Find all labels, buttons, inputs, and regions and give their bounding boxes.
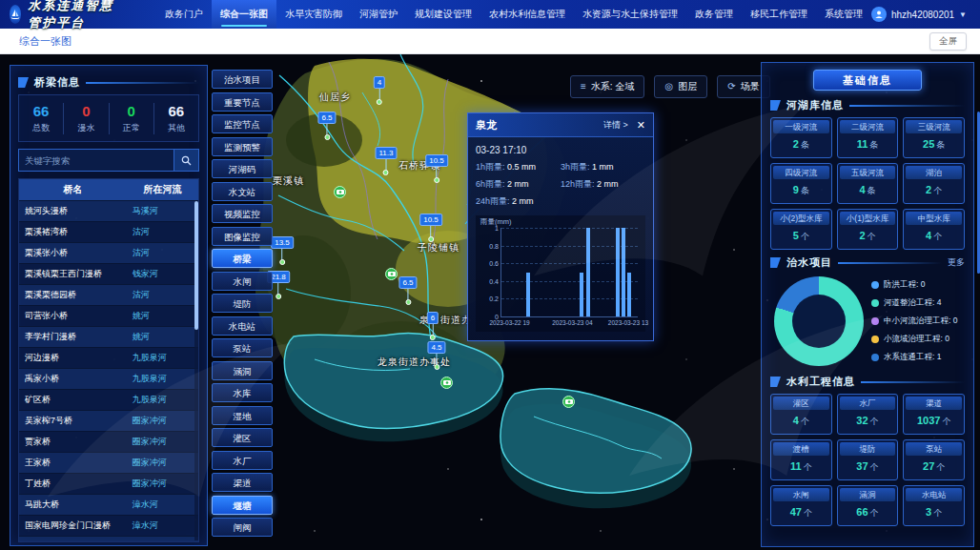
info-card-涵洞[interactable]: 涵洞66个 (837, 485, 899, 526)
table-row[interactable]: 马跳大桥漳水河 (19, 494, 198, 515)
table-scrollbar[interactable] (194, 201, 198, 540)
layer-item-涵洞[interactable]: 涵洞 (212, 361, 273, 380)
layer-item-河湖码[interactable]: 河湖码 (212, 159, 273, 178)
info-card-水电站[interactable]: 水电站3个 (903, 485, 965, 526)
layer-item-水电站[interactable]: 水电站 (212, 316, 273, 336)
fullscreen-button[interactable]: 全屏 (929, 32, 967, 51)
section-title-engineering: 水利工程信息 (786, 375, 855, 389)
info-card-水厂[interactable]: 水厂32个 (837, 394, 899, 435)
info-card-渡槽[interactable]: 渡槽11个 (770, 439, 832, 480)
bridge-name-cell: 李学村门漫桥 (19, 327, 127, 347)
nav-item[interactable]: 水旱灾害防御 (276, 0, 351, 29)
info-card-灌区[interactable]: 灌区4个 (770, 394, 832, 435)
layer-item-泵站[interactable]: 泵站 (212, 338, 273, 357)
camera-icon[interactable] (385, 268, 398, 280)
layer-item-堤防[interactable]: 堤防 (212, 294, 273, 313)
table-row[interactable]: 栗溪褚湾桥沽河 (19, 221, 198, 242)
layer-item-湿地[interactable]: 湿地 (212, 406, 273, 425)
user-menu[interactable]: hhzh42080201 ▼ (871, 7, 967, 22)
table-row[interactable]: 矿区桥九股泉河 (19, 389, 198, 410)
card-label: 四级河流 (773, 166, 829, 179)
station-marker[interactable]: 13.5 (271, 232, 294, 265)
info-card-堤防[interactable]: 堤防37个 (837, 439, 899, 480)
info-card-小(1)型水库[interactable]: 小(1)型水库2个 (837, 209, 899, 250)
more-link[interactable]: 更多 (948, 256, 965, 269)
table-row[interactable]: 栗溪栗德园桥沽河 (19, 284, 198, 305)
table-row[interactable]: 吴家榨7号桥圈家冲河 (19, 410, 198, 431)
table-row[interactable]: 禹家小桥九股泉河 (19, 368, 198, 389)
layer-item-水厂[interactable]: 水厂 (212, 451, 273, 470)
station-marker[interactable]: 10.5 (419, 209, 442, 242)
table-row[interactable]: 姚河头漫桥马溪河 (19, 200, 198, 221)
info-card-泵站[interactable]: 泵站27个 (903, 439, 965, 480)
station-marker[interactable]: 6.5 (398, 272, 417, 305)
info-card-渠道[interactable]: 渠道1037个 (903, 394, 965, 435)
search-button[interactable] (174, 149, 199, 172)
station-marker[interactable]: 6 (427, 307, 439, 340)
info-card-水闸[interactable]: 水闸47个 (770, 485, 832, 526)
layer-item-水闸[interactable]: 水闸 (212, 272, 273, 291)
camera-icon[interactable] (334, 186, 346, 198)
popup-detail-link[interactable]: 详情 > (603, 119, 628, 132)
basic-info-button[interactable]: 基础信息 (813, 70, 922, 91)
legend-dot (871, 317, 879, 325)
table-row[interactable]: 栗溪张小桥沽河 (19, 242, 198, 263)
layer-item-水文站[interactable]: 水文站 (212, 182, 273, 201)
info-card-四级河流[interactable]: 四级河流9条 (770, 163, 832, 204)
layer-item-渠道[interactable]: 渠道 (212, 473, 273, 492)
info-card-五级河流[interactable]: 五级河流4条 (837, 163, 899, 204)
layer-item-闸阀[interactable]: 闸阀 (212, 518, 273, 537)
nav-item[interactable]: 水资源与水土保持管理 (574, 0, 686, 29)
layer-item-图像监控[interactable]: 图像监控 (212, 227, 273, 246)
info-card-小(2)型水库[interactable]: 小(2)型水库5个 (770, 209, 832, 250)
info-card-中型水库[interactable]: 中型水库4个 (903, 209, 965, 250)
station-marker[interactable]: 6.5 (317, 107, 336, 140)
info-card-三级河流[interactable]: 三级河流25条 (903, 117, 965, 158)
nav-item[interactable]: 规划建设管理 (406, 0, 480, 29)
search-input[interactable] (18, 149, 174, 172)
camera-icon[interactable] (440, 377, 453, 389)
nav-item[interactable]: 政务门户 (156, 0, 212, 29)
nav-item[interactable]: 河湖管护 (351, 0, 406, 29)
station-marker[interactable]: 4.5 (427, 336, 445, 370)
close-icon[interactable]: ✕ (637, 120, 645, 131)
table-row[interactable]: 栗溪镇栗王西门漫桥钱家河 (19, 263, 198, 284)
table-row[interactable]: 河边漫桥九股泉河 (19, 347, 198, 368)
info-card-湖泊[interactable]: 湖泊2个 (903, 163, 965, 204)
layer-item-监测预警[interactable]: 监测预警 (212, 137, 273, 156)
nav-item[interactable]: 系统管理 (816, 0, 871, 29)
layer-item-监控节点[interactable]: 监控节点 (212, 114, 273, 133)
station-marker[interactable]: 11.3 (376, 142, 398, 175)
station-marker[interactable]: 4 (374, 71, 385, 105)
layer-item-治水项目[interactable]: 治水项目 (212, 70, 273, 89)
nav-item[interactable]: 综合一张图 (212, 0, 276, 29)
layer-item-重要节点[interactable]: 重要节点 (212, 92, 273, 112)
card-unit: 条 (869, 140, 878, 150)
nav-item[interactable]: 移民工作管理 (742, 0, 816, 29)
table-row[interactable]: 丁姓桥圈家冲河 (19, 473, 198, 494)
table-row[interactable]: 象河水库桥漳水河 (19, 536, 198, 542)
station-marker[interactable]: 10.5 (425, 150, 448, 183)
breadcrumb[interactable]: 综合一张图 (19, 34, 71, 49)
layer-item-灌区[interactable]: 灌区 (212, 428, 273, 447)
nav-item[interactable]: 政务管理 (686, 0, 742, 29)
table-row[interactable]: 国家电网珍金门口漫桥漳水河 (19, 515, 198, 536)
layer-item-桥梁[interactable]: 桥梁 (212, 249, 273, 268)
map-control-水系: 全域[interactable]: ≡水系: 全域 (570, 75, 644, 98)
table-row[interactable]: 王家桥圈家冲河 (19, 452, 198, 473)
camera-icon[interactable] (562, 396, 575, 408)
map-control-图层[interactable]: ◎图层 (654, 75, 707, 98)
card-label: 二级河流 (840, 120, 896, 133)
info-card-一级河流[interactable]: 一级河流2条 (770, 117, 832, 158)
nav-item[interactable]: 农村水利信息管理 (480, 0, 574, 29)
map-canvas[interactable]: 仙居乡栗溪镇石桥驿镇子陵铺镇泉口街道办龙泉街道办事处 46.511.310.51… (0, 54, 980, 550)
layer-item-视频监控[interactable]: 视频监控 (212, 204, 273, 223)
info-card-二级河流[interactable]: 二级河流11条 (837, 117, 899, 158)
table-row[interactable]: 李学村门漫桥姚河 (19, 326, 198, 347)
table-row[interactable]: 贾家桥圈家冲河 (19, 431, 198, 452)
layer-item-水库[interactable]: 水库 (212, 383, 273, 402)
rainfall-chart: 雨量(mm) 10.80.60.40.202023-03-22 192023-0… (476, 215, 645, 332)
table-row[interactable]: 司营张小桥姚河 (19, 305, 198, 326)
x-tick-label: 2023-03-23 04 (552, 319, 592, 326)
layer-item-堰塘[interactable]: 堰塘 (212, 496, 273, 515)
